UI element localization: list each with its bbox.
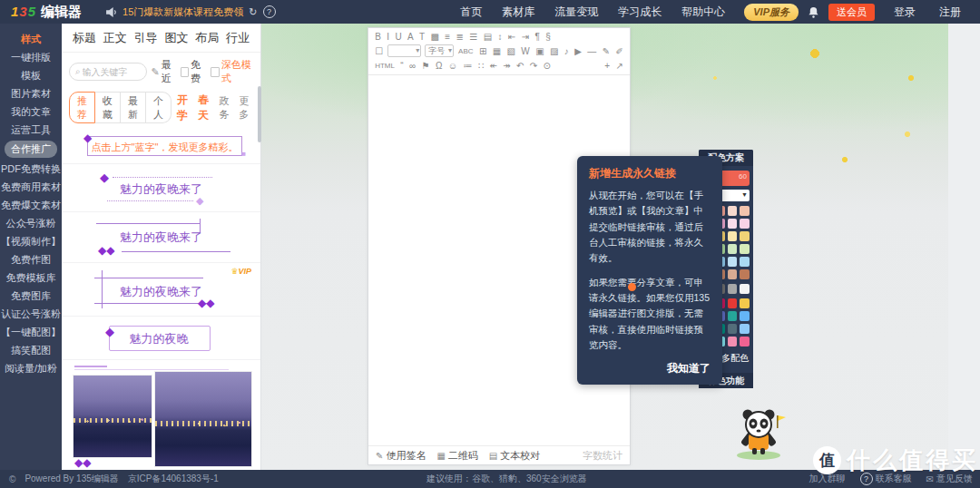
filter-recommend[interactable]: 推荐 <box>69 92 95 123</box>
sidebar-item-image-assets[interactable]: 图片素材 <box>0 84 62 102</box>
free-checkbox[interactable]: 免费 <box>181 58 207 85</box>
gift-member-button[interactable]: 送会员 <box>828 4 875 21</box>
sidebar-item-funny-images[interactable]: 搞笑配图 <box>0 341 62 359</box>
align-left-icon[interactable]: ≡ <box>442 30 453 44</box>
color-swatch[interactable] <box>728 311 738 321</box>
bold-icon[interactable]: B <box>372 30 384 44</box>
use-signature-button[interactable]: ✎ 使用签名 <box>376 449 426 463</box>
color-swatch[interactable] <box>740 284 750 294</box>
link-icon[interactable]: ∞ <box>407 59 419 73</box>
filter-favorite[interactable]: 收藏 <box>95 92 121 123</box>
table-icon[interactable]: ⊞ <box>476 44 490 58</box>
tab-layout[interactable]: 布局 <box>195 30 219 46</box>
question-icon[interactable]: ? <box>263 5 276 18</box>
color-swatch[interactable] <box>740 337 750 346</box>
announcement-text[interactable]: 15门爆款新媒体课程免费领 <box>122 5 243 19</box>
undo-icon[interactable]: ↶ <box>514 59 527 73</box>
search-box[interactable]: ⌕ <box>69 63 147 81</box>
strikethrough-icon[interactable]: ABC <box>456 44 476 58</box>
filter-personal[interactable]: 个人 <box>146 92 172 123</box>
pen-icon[interactable]: ✎ <box>599 44 612 58</box>
sidebar-item-pdf-convert[interactable]: PDF免费转换 <box>0 160 62 178</box>
tab-title[interactable]: 标题 <box>73 30 96 46</box>
filter-spring[interactable]: 春天 <box>198 93 213 123</box>
register-link[interactable]: 注册 <box>929 5 971 20</box>
color-swatch[interactable] <box>740 311 750 321</box>
word-import-icon[interactable]: W <box>518 44 533 58</box>
sidebar-item-operation-tools[interactable]: 运营工具 <box>0 121 62 139</box>
redo-icon[interactable]: ↷ <box>527 59 541 73</box>
divider-icon[interactable]: — <box>584 44 599 58</box>
brush-icon[interactable]: ✐ <box>612 44 626 58</box>
nav-learning-growth[interactable]: 学习成长 <box>608 5 671 20</box>
notification-bell-icon[interactable] <box>808 6 819 18</box>
announcement-bar[interactable]: 15门爆款新媒体课程免费领 ↻ ? <box>105 5 275 19</box>
proofread-button[interactable]: ▤ 文本校对 <box>489 449 540 463</box>
font-color-icon[interactable]: A <box>405 30 416 44</box>
bullet-list-icon[interactable]: ≔ <box>460 59 475 73</box>
tab-guide[interactable]: 引导 <box>134 30 158 46</box>
template-item-title-boxed[interactable]: ◆ 魅力的夜晚 <box>62 317 260 360</box>
map-icon[interactable]: ▨ <box>547 44 562 58</box>
color-swatch[interactable] <box>740 324 750 334</box>
color-swatch[interactable] <box>728 298 738 308</box>
anchor-icon[interactable]: ⚑ <box>418 59 432 73</box>
sidebar-item-account-growth[interactable]: 公众号涨粉 <box>0 214 62 232</box>
new-doc-icon[interactable]: ☐ <box>372 44 386 58</box>
color-swatch[interactable] <box>728 219 738 229</box>
dark-mode-checkbox[interactable]: 深色模式 <box>211 58 253 85</box>
nav-help-center[interactable]: 帮助中心 <box>671 5 735 20</box>
template-item-photo-layout[interactable]: ◆◆ <box>62 360 260 470</box>
sidebar-item-style[interactable]: 样式 <box>0 30 62 48</box>
sidebar-item-free-commercial-assets[interactable]: 免费商用素材 <box>0 178 62 196</box>
font-family-select[interactable] <box>387 44 421 57</box>
color-swatch[interactable] <box>728 324 738 334</box>
color-swatch[interactable] <box>740 257 750 267</box>
sidebar-item-cooperation-promo[interactable]: 合作推广 <box>5 141 57 158</box>
tab-industry[interactable]: 行业 <box>226 30 250 46</box>
filter-newest[interactable]: 最新 <box>121 92 146 123</box>
color-swatch[interactable] <box>728 269 738 279</box>
app-logo[interactable]: 1 3 5 编辑器 <box>11 4 82 21</box>
recent-filter[interactable]: ✎ 最近 <box>152 58 176 85</box>
template-item-title-lines[interactable]: 魅力的夜晚来了 ◆◆ <box>62 212 260 263</box>
sidebar-item-free-template-lib[interactable]: 免费模板库 <box>0 268 62 287</box>
nav-home[interactable]: 首页 <box>450 5 492 20</box>
emoji-icon[interactable]: ☺ <box>446 59 461 73</box>
template-item-title-dotted[interactable]: ◆ 魅力的夜晚来了 ◆ <box>62 164 260 212</box>
color-swatch[interactable] <box>740 231 750 241</box>
blockquote-icon[interactable]: “ <box>397 59 407 73</box>
outdent-icon[interactable]: ⇤ <box>505 30 519 44</box>
sidebar-item-one-click-image[interactable]: 【一键配图】 <box>0 323 62 341</box>
indent-icon[interactable]: ⇥ <box>518 30 532 44</box>
color-swatch[interactable] <box>740 298 750 308</box>
highlight-icon[interactable]: ▩ <box>427 30 442 44</box>
sidebar-item-video-production[interactable]: 【视频制作】 <box>0 232 62 250</box>
tab-body[interactable]: 正文 <box>103 30 127 46</box>
video-icon[interactable]: ▶ <box>572 44 584 58</box>
font-size-select[interactable]: 字号 <box>425 44 454 57</box>
sidebar-item-certified-growth[interactable]: 认证公号涨粉 <box>0 305 62 323</box>
sidebar-item-template[interactable]: 模板 <box>0 66 62 84</box>
nav-material-library[interactable]: 素材库 <box>492 5 544 20</box>
word-count-label[interactable]: 字数统计 <box>583 449 622 463</box>
gallery-icon[interactable]: ▣ <box>533 44 547 58</box>
refresh-icon[interactable]: ↻ <box>249 6 257 18</box>
color-swatch[interactable] <box>740 244 750 254</box>
search-input[interactable] <box>81 66 141 78</box>
color-swatch[interactable] <box>728 206 738 216</box>
sidebar-item-free-drawing[interactable]: 免费作图 <box>0 250 62 268</box>
music-icon[interactable]: ♪ <box>562 44 572 58</box>
vip-service-button[interactable]: VIP服务 <box>744 4 799 21</box>
tab-image-text[interactable]: 图文 <box>164 30 188 46</box>
color-swatch[interactable] <box>728 231 738 241</box>
qrcode-button[interactable]: ▦ 二维码 <box>436 449 477 463</box>
align-center-icon[interactable]: ≣ <box>453 30 466 44</box>
text-style-icon[interactable]: T <box>416 30 427 44</box>
underline-icon[interactable]: U <box>392 30 405 44</box>
image-icon[interactable]: ▦ <box>490 44 505 58</box>
sidebar-item-my-articles[interactable]: 我的文章 <box>0 102 62 121</box>
panel-scrollbar[interactable] <box>258 86 261 142</box>
color-swatch[interactable] <box>740 269 750 279</box>
template-item-banner[interactable]: ◆ ■ 点击上方"蓝字"，发现更多精彩。 <box>62 129 260 164</box>
